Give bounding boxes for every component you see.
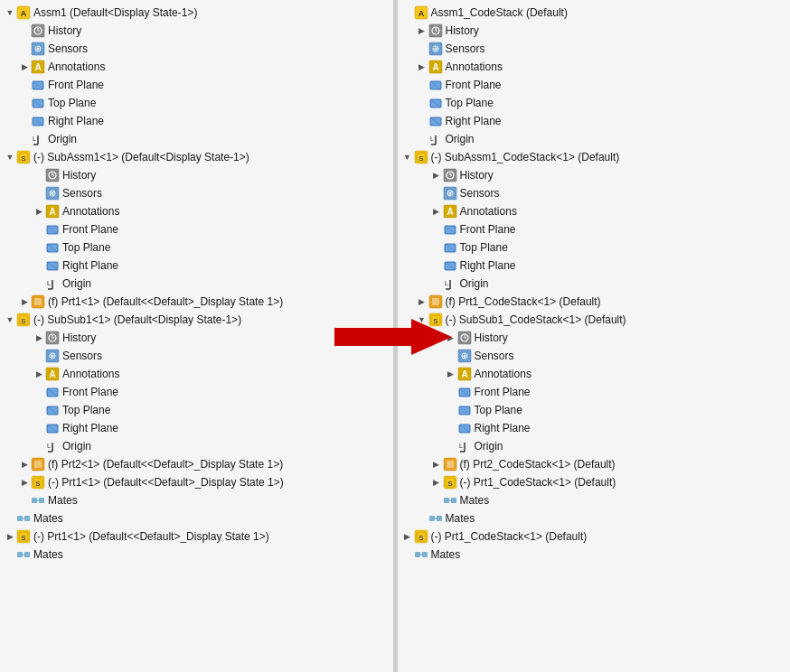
item-label: Annotations [48,59,105,75]
tree-item-r_frontplane1[interactable]: Front Plane [398,76,791,94]
tree-item-r_prt1[interactable]: ▶ (f) Prt1_CodeStack<1> (Default) [398,293,791,311]
tree-item-r_sensors1[interactable]: Sensors [398,40,791,58]
expand-btn[interactable]: ▶ [18,295,31,308]
tree-item-topplane2[interactable]: Top Plane [0,238,393,257]
tree-item-assm1[interactable]: ▼ A Assm1 (Default<Display State-1>) [0,4,393,22]
tree-item-r_history1[interactable]: ▶ History [398,22,791,40]
expand-btn[interactable]: ▶ [33,331,45,344]
tree-item-prt1c[interactable]: ▶ S (-) Prt1<1> (Default<<Default>_Displ… [0,527,393,546]
tree-item-r_assm1[interactable]: A Assm1_CodeStack (Default) [398,4,791,22]
tree-item-history2[interactable]: History [0,166,393,184]
tree-item-r_rightplane1[interactable]: Right Plane [398,112,791,130]
tree-item-rightplane3[interactable]: Right Plane [0,419,393,437]
history-icon [45,168,60,182]
expand-btn[interactable]: ▶ [33,205,45,218]
item-label: Mates [33,510,63,527]
tree-item-r_frontplane3[interactable]: Front Plane [398,383,791,401]
expand-btn[interactable]: ▶ [445,368,457,380]
tree-item-subassm1[interactable]: ▼ S (-) SubAssm1<1> (Default<Display Sta… [0,148,393,166]
expand-btn[interactable]: ▶ [430,458,443,471]
expand-btn[interactable]: ▶ [33,368,45,380]
assm-icon: A [414,5,428,20]
tree-item-frontplane3[interactable]: Front Plane [0,383,393,401]
tree-item-topplane1[interactable]: Top Plane [0,94,393,112]
tree-item-r_origin2[interactable]: L Origin [398,275,791,293]
tree-item-r_history2[interactable]: ▶ History [398,166,791,184]
expand-btn[interactable]: ▶ [416,61,428,73]
tree-item-sensors3[interactable]: Sensors [0,347,393,365]
tree-item-subsub1[interactable]: ▼ S (-) SubSub1<1> (Default<Display Stat… [0,311,393,329]
expand-btn[interactable]: ▶ [401,530,414,543]
tree-item-r_rightplane3[interactable]: Right Plane [398,419,791,437]
tree-item-r_subsub1[interactable]: ▼ S (-) SubSub1_CodeStack<1> (Default) [398,311,791,329]
tree-item-mates2[interactable]: Mates [0,509,393,527]
tree-item-mates3[interactable]: Mates [0,546,393,564]
expand-btn[interactable]: ▶ [18,61,31,73]
expand-btn[interactable]: ▶ [4,530,16,543]
tree-item-r_rightplane2[interactable]: Right Plane [398,257,791,275]
right-tree-panel: A Assm1_CodeStack (Default)▶ History Sen… [398,0,791,672]
history-icon [31,23,45,38]
tree-item-origin1[interactable]: L Origin [0,130,393,148]
tree-item-r_mates2[interactable]: Mates [398,509,791,527]
tree-item-rightplane2[interactable]: Right Plane [0,257,393,275]
tree-item-r_sensors2[interactable]: Sensors [398,184,791,202]
tree-item-prt1b[interactable]: ▶ S (-) Prt1<1> (Default<<Default>_Displ… [0,473,393,491]
tree-item-r_prt2[interactable]: ▶ (f) Prt2_CodeStack<1> (Default) [398,455,791,473]
tree-item-history3[interactable]: ▶ History [0,329,393,347]
tree-item-sensors1[interactable]: Sensors [0,40,393,58]
tree-item-annotations2[interactable]: ▶ A Annotations [0,202,393,220]
tree-item-r_frontplane2[interactable]: Front Plane [398,220,791,238]
tree-item-r_topplane2[interactable]: Top Plane [398,238,791,257]
tree-item-r_topplane3[interactable]: Top Plane [398,401,791,419]
tree-item-r_annotations2[interactable]: ▶ A Annotations [398,202,791,220]
collapse-btn[interactable]: ▼ [416,313,428,326]
svg-text:S: S [35,480,41,488]
expand-btn[interactable]: ▶ [430,205,443,218]
svg-text:A: A [34,62,41,72]
tree-item-r_sensors3[interactable]: Sensors [398,347,791,365]
tree-item-sensors2[interactable]: Sensors [0,184,393,202]
tree-item-history1[interactable]: History [0,22,393,40]
expand-btn[interactable]: ▶ [430,169,443,182]
tree-item-r_annotations3[interactable]: ▶ A Annotations [398,365,791,383]
tree-item-r_subassm1[interactable]: ▼ S (-) SubAssm1_CodeStack<1> (Default) [398,148,791,166]
collapse-btn[interactable]: ▼ [4,151,16,163]
expand-btn[interactable]: ▶ [416,24,428,37]
tree-item-r_mates1[interactable]: Mates [398,491,791,509]
tree-item-r_prt1b[interactable]: ▶ S (-) Prt1_CodeStack<1> (Default) [398,473,791,491]
tree-item-r_prt1c[interactable]: ▶ S (-) Prt1_CodeStack<1> (Default) [398,527,791,546]
svg-rect-48 [34,298,42,305]
tree-item-mates1[interactable]: Mates [0,491,393,509]
item-label: Front Plane [446,77,502,93]
collapse-btn[interactable]: ▼ [4,6,16,19]
collapse-btn[interactable]: ▼ [4,313,16,326]
tree-item-rightplane1[interactable]: Right Plane [0,112,393,130]
expand-btn[interactable]: ▶ [416,295,428,308]
tree-item-annotations3[interactable]: ▶ A Annotations [0,365,393,383]
tree-item-prt1[interactable]: ▶ (f) Prt1<1> (Default<<Default>_Display… [0,293,393,311]
collapse-btn[interactable]: ▼ [401,151,414,163]
tree-item-r_origin3[interactable]: L Origin [398,437,791,455]
tree-item-origin3[interactable]: L Origin [0,437,393,455]
history-icon [428,23,443,38]
tree-item-annotations1[interactable]: ▶ A Annotations [0,58,393,76]
expand-btn[interactable]: ▶ [18,476,31,489]
tree-item-r_history3[interactable]: ▶ History [398,329,791,347]
tree-item-frontplane1[interactable]: Front Plane [0,76,393,94]
annotations-icon: A [31,60,45,74]
tree-item-r_annotations1[interactable]: ▶ A Annotations [398,58,791,76]
tree-item-topplane3[interactable]: Top Plane [0,401,393,419]
tree-item-r_origin1[interactable]: L Origin [398,130,791,148]
svg-text:S: S [419,534,424,542]
part-icon [31,457,45,471]
expand-btn[interactable]: ▶ [18,458,31,471]
tree-item-prt2[interactable]: ▶ (f) Prt2<1> (Default<<Default>_Display… [0,455,393,473]
origin-icon: L [45,276,60,291]
expand-btn[interactable]: ▶ [445,331,457,344]
tree-item-r_topplane1[interactable]: Top Plane [398,94,791,112]
tree-item-frontplane2[interactable]: Front Plane [0,220,393,238]
tree-item-origin2[interactable]: L Origin [0,275,393,293]
expand-btn[interactable]: ▶ [430,476,443,489]
tree-item-r_mates3[interactable]: Mates [398,546,791,564]
